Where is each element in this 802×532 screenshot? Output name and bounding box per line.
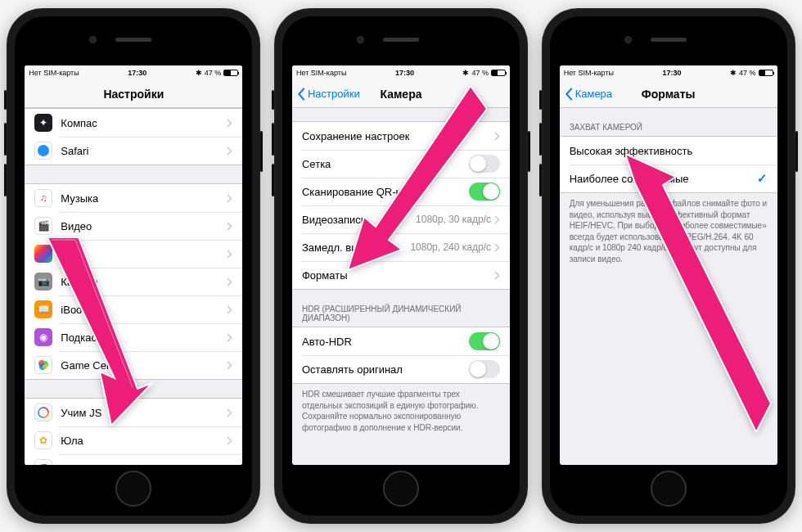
home-button[interactable] — [383, 471, 419, 507]
row-app-yandex[interactable]: Я Яндекс — [25, 454, 242, 465]
row-label: Видеозапись — [302, 214, 416, 226]
screen-settings: Нет SIM-карты 17:30 ✱ 47 % Настройки ✦ К… — [25, 65, 242, 465]
status-bar: Нет SIM-карты 17:30 ✱ 47 % — [560, 65, 777, 80]
screen-formats: Нет SIM-карты 17:30 ✱ 47 % Камера Формат… — [560, 65, 777, 465]
app-icon: Я — [34, 459, 52, 465]
battery-percent: 47 % — [739, 69, 756, 77]
row-video[interactable]: 🎬 Видео — [25, 212, 242, 240]
chevron-right-icon — [494, 132, 500, 141]
phone-mockup-2: Нет SIM-карты 17:30 ✱ 47 % Настройки Кам… — [274, 8, 528, 524]
home-button[interactable] — [115, 471, 151, 507]
grid-toggle[interactable] — [469, 155, 500, 173]
status-bar: Нет SIM-карты 17:30 ✱ 47 % — [292, 65, 510, 80]
row-label: Подкасты — [61, 331, 227, 344]
carrier-text: Нет SIM-карты — [29, 69, 79, 77]
row-label: Компас — [61, 117, 227, 129]
row-label: iBooks — [61, 304, 227, 316]
phone-mockup-3: Нет SIM-карты 17:30 ✱ 47 % Камера Формат… — [542, 8, 795, 524]
camera-settings-list[interactable]: Сохранение настроек Сетка Сканирование Q… — [292, 108, 510, 465]
battery-icon — [759, 70, 773, 76]
camera-icon: 📷 — [34, 273, 52, 291]
qr-toggle[interactable] — [469, 183, 500, 201]
row-photo[interactable]: Фото — [25, 240, 242, 268]
keep-original-toggle[interactable] — [469, 360, 500, 378]
hdr-section-header: HDR (РАСШИРЕННЫЙ ДИНАМИЧЕСКИЙ ДИАПАЗОН) — [292, 290, 510, 327]
row-auto-hdr[interactable]: Авто-HDR — [292, 327, 510, 355]
auto-hdr-toggle[interactable] — [469, 332, 500, 350]
bluetooth-icon: ✱ — [196, 69, 202, 77]
video-icon: 🎬 — [34, 217, 52, 235]
chevron-right-icon — [227, 464, 232, 466]
row-formats[interactable]: Форматы — [292, 261, 510, 289]
status-right: ✱ 47 % — [730, 69, 773, 77]
row-slomo[interactable]: Замедл. видео 1080p, 240 кадр/с — [292, 233, 510, 261]
page-title: Форматы — [642, 88, 696, 101]
row-qr-scan[interactable]: Сканирование QR-кода — [292, 178, 510, 205]
formats-list[interactable]: ЗАХВАТ КАМЕРОЙ Высокая эффективность Наи… — [560, 108, 777, 465]
status-time: 17:30 — [395, 69, 414, 77]
back-button[interactable]: Камера — [565, 80, 612, 107]
nav-bar: Камера Форматы — [560, 80, 777, 108]
row-gamecenter[interactable]: Game Center — [25, 351, 242, 379]
row-label: Наиболее совместимые — [570, 173, 757, 185]
row-high-efficiency[interactable]: Высокая эффективность — [560, 137, 777, 165]
chevron-right-icon — [227, 333, 232, 342]
row-label: Камера — [61, 276, 227, 288]
row-label: Safari — [61, 145, 227, 157]
checkmark-icon: ✓ — [757, 171, 768, 186]
svg-point-4 — [43, 364, 47, 369]
status-time: 17:30 — [663, 69, 682, 77]
row-grid[interactable]: Сетка — [292, 150, 510, 178]
chevron-right-icon — [227, 194, 232, 203]
row-ibooks[interactable]: 📖 iBooks — [25, 295, 242, 323]
chevron-right-icon — [494, 271, 500, 280]
chevron-right-icon — [227, 250, 232, 259]
battery-percent: 47 % — [471, 69, 489, 77]
hdr-section-footer: HDR смешивает лучшие фрагменты трех отде… — [292, 384, 510, 436]
status-right: ✱ 47 % — [196, 69, 239, 77]
settings-list[interactable]: ✦ Компас Safari ♫ Музыка — [25, 108, 242, 465]
bluetooth-icon: ✱ — [462, 69, 469, 77]
chevron-right-icon — [227, 119, 232, 128]
row-label: Сохранение настроек — [302, 130, 494, 142]
battery-percent: 47 % — [205, 69, 222, 77]
row-safari[interactable]: Safari — [25, 137, 242, 165]
app-icon: ✿ — [34, 431, 52, 449]
bluetooth-icon: ✱ — [730, 69, 737, 77]
row-save-settings[interactable]: Сохранение настроек — [292, 122, 510, 150]
podcasts-icon: ◉ — [34, 328, 52, 346]
row-label: Учим JS — [61, 407, 227, 419]
screen-camera-settings: Нет SIM-карты 17:30 ✱ 47 % Настройки Кам… — [292, 65, 510, 465]
back-label: Камера — [575, 88, 612, 100]
row-compass[interactable]: ✦ Компас — [25, 109, 242, 137]
status-right: ✱ 47 % — [462, 69, 506, 77]
nav-bar: Настройки — [25, 80, 242, 108]
row-label: Сетка — [302, 158, 469, 170]
back-button[interactable]: Настройки — [297, 80, 360, 107]
row-music[interactable]: ♫ Музыка — [25, 184, 242, 212]
row-label: Форматы — [302, 269, 494, 282]
app-icon — [34, 404, 52, 422]
row-label: Замедл. видео — [302, 241, 410, 254]
row-label: Game Center — [61, 359, 227, 372]
status-bar: Нет SIM-карты 17:30 ✱ 47 % — [25, 65, 242, 80]
chevron-right-icon — [227, 277, 232, 286]
chevron-right-icon — [227, 436, 232, 445]
chevron-right-icon — [227, 361, 232, 370]
phone-mockup-1: Нет SIM-карты 17:30 ✱ 47 % Настройки ✦ К… — [7, 8, 260, 524]
svg-point-0 — [38, 145, 49, 156]
row-label: Оставлять оригинал — [302, 363, 469, 376]
home-button[interactable] — [651, 471, 687, 507]
chevron-right-icon — [227, 408, 232, 417]
row-podcasts[interactable]: ◉ Подкасты — [25, 323, 242, 351]
photo-icon — [34, 245, 52, 263]
row-label: Музыка — [61, 192, 227, 205]
row-camera[interactable]: 📷 Камера — [25, 268, 242, 295]
row-keep-original[interactable]: Оставлять оригинал — [292, 355, 510, 383]
battery-icon — [491, 70, 506, 76]
row-app-js[interactable]: Учим JS — [25, 399, 242, 426]
row-app-youla[interactable]: ✿ Юла — [25, 426, 242, 454]
row-label: Яндекс — [61, 462, 227, 466]
row-most-compatible[interactable]: Наиболее совместимые ✓ — [560, 165, 777, 192]
row-video-record[interactable]: Видеозапись 1080p, 30 кадр/с — [292, 205, 510, 233]
